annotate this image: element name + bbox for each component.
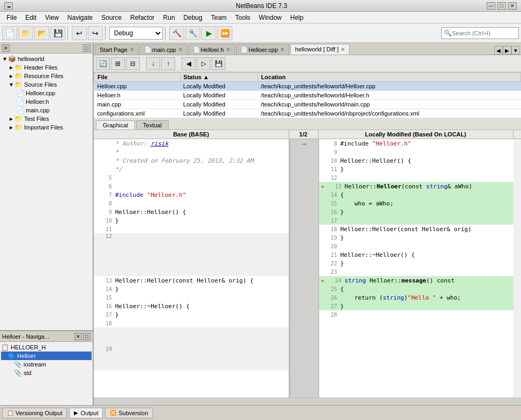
tree-item-helloworld[interactable]: ▾ 📦 helloworld bbox=[1, 55, 92, 63]
tab-dropdown[interactable]: ▼ bbox=[511, 46, 520, 55]
tab-helloworld-diff[interactable]: helloworld [ Diff ] ✕ bbox=[290, 44, 350, 55]
maximize-nav-btn[interactable]: □ bbox=[83, 333, 90, 340]
tab-graphical[interactable]: Graphical bbox=[96, 120, 135, 129]
code-line: 10 Helloer::Helloer() { bbox=[319, 156, 514, 165]
tree-item-important-files[interactable]: ▸ 📁 Important Files bbox=[1, 123, 92, 132]
base-code-pane[interactable]: * Author: risik * * Created on February … bbox=[94, 139, 290, 398]
menu-edit[interactable]: Edit bbox=[21, 13, 41, 22]
window-title: NetBeans IDE 7.3 bbox=[36, 2, 487, 10]
horizontal-scrollbar[interactable] bbox=[94, 398, 521, 405]
expand-icon: ▸ bbox=[10, 64, 13, 71]
code-line: 19 bbox=[94, 327, 289, 370]
folder-icon: 📁 bbox=[14, 81, 22, 88]
status-tab-output[interactable]: ▶ Output bbox=[69, 408, 103, 418]
new-project-btn[interactable]: 📁 bbox=[18, 26, 33, 40]
menu-window[interactable]: Window bbox=[254, 13, 286, 22]
status-tab-versioning[interactable]: 📋 Versioning Output bbox=[2, 408, 67, 418]
status-tab-label: Subversion bbox=[118, 410, 148, 416]
menu-source[interactable]: Source bbox=[97, 13, 126, 22]
undo-btn[interactable]: ↩ bbox=[72, 26, 87, 40]
file-row-main-cpp[interactable]: main.cpp Locally Modified /teach/kcup_un… bbox=[94, 100, 521, 109]
file-row-helloer-cpp[interactable]: Helloer.cpp Locally Modified /teach/kcup… bbox=[94, 82, 521, 91]
debug-btn[interactable]: ⏩ bbox=[217, 26, 232, 40]
menu-file[interactable]: File bbox=[2, 13, 21, 22]
tab-start-page[interactable]: Start Page ✕ bbox=[95, 44, 139, 55]
redo-btn[interactable]: ↪ bbox=[88, 26, 103, 40]
run-config-dropdown[interactable]: Debug bbox=[109, 27, 163, 40]
file-row-configurations-xml[interactable]: configurations.xml Locally Modified /tea… bbox=[94, 109, 521, 118]
close-tab-helloer-cpp[interactable]: ✕ bbox=[280, 47, 284, 52]
clean-build-btn[interactable]: 🔧 bbox=[185, 26, 200, 40]
system-menu-btn[interactable]: 🗕 bbox=[4, 2, 13, 10]
file-row-helloer-h[interactable]: Helloer.h Locally Modified /teach/kcup_u… bbox=[94, 91, 521, 100]
save-btn[interactable]: 💾 bbox=[50, 26, 65, 40]
build-btn[interactable]: 🔨 bbox=[169, 26, 184, 40]
tree-item-resource-files[interactable]: ▸ 📁 Resource Files bbox=[1, 72, 92, 80]
tree-item-source-files[interactable]: ▾ 📁 Source Files bbox=[1, 80, 92, 89]
tree-item-header-files[interactable]: ▸ 📁 Header Files bbox=[1, 63, 92, 72]
close-btn[interactable]: ✕ bbox=[508, 2, 517, 10]
expand-all-btn[interactable]: ⊞ bbox=[111, 57, 125, 70]
tab-helloer-h[interactable]: 📄 Helloer.h ✕ bbox=[188, 44, 235, 55]
run-btn[interactable]: ▶ bbox=[201, 26, 216, 40]
new-file-btn[interactable]: 📄 bbox=[2, 26, 17, 40]
menu-debug[interactable]: Debug bbox=[179, 13, 207, 22]
tree-item-helloer-cpp[interactable]: 📄 Helloer.cpp bbox=[1, 89, 92, 97]
tab-scroll-left[interactable]: ◀ bbox=[494, 46, 503, 55]
save-btn[interactable]: 💾 bbox=[212, 57, 225, 70]
close-left-panel-btn[interactable]: ✕ bbox=[2, 44, 10, 52]
refresh-btn[interactable]: 🔄 bbox=[96, 57, 110, 70]
maximize-btn[interactable]: □ bbox=[497, 2, 506, 10]
code-line-changed: 27 } bbox=[319, 302, 514, 310]
maximize-left-panel-btn[interactable]: □ bbox=[83, 44, 90, 52]
search-box: 🔍 bbox=[441, 27, 519, 39]
expand-icon: ▸ bbox=[10, 72, 13, 80]
tab-scroll-right[interactable]: ▶ bbox=[503, 46, 511, 55]
menu-refactor[interactable]: Refactor bbox=[126, 13, 158, 22]
search-input[interactable] bbox=[452, 30, 516, 36]
close-tab-diff[interactable]: ✕ bbox=[341, 47, 345, 52]
code-line: 12 bbox=[319, 173, 514, 182]
tab-textual[interactable]: Textual bbox=[136, 120, 169, 129]
menu-help[interactable]: Help bbox=[286, 13, 308, 22]
status-tab-subversion[interactable]: 🔀 Subversion bbox=[105, 408, 153, 418]
close-tab-main-cpp[interactable]: ✕ bbox=[178, 47, 183, 52]
tree-item-helloer-h[interactable]: 📄 Helloer.h bbox=[1, 97, 92, 106]
nav-item-label: HELLOER_H bbox=[11, 344, 46, 350]
accept-left-btn[interactable]: ◀ bbox=[182, 57, 195, 70]
close-tab-start-page[interactable]: ✕ bbox=[130, 47, 134, 52]
collapse-all-btn[interactable]: ⊟ bbox=[126, 57, 140, 70]
tab-main-cpp[interactable]: 📄 main.cpp ✕ bbox=[140, 44, 187, 55]
accept-right-btn[interactable]: ▷ bbox=[197, 57, 210, 70]
menu-navigate[interactable]: Navigate bbox=[63, 13, 97, 22]
projects-panel-header: ✕ □ bbox=[0, 43, 93, 54]
navigator-tree: 📋 HELLOER_H 🔷 Helloer 📎 iostream 📎 std bbox=[0, 342, 93, 378]
open-project-btn[interactable]: 📂 bbox=[34, 26, 49, 40]
nav-item-helloer-class[interactable]: 🔷 Helloer bbox=[1, 352, 92, 360]
expand-icon: ▸ bbox=[10, 124, 13, 131]
prev-diff-btn[interactable]: ↓ bbox=[146, 57, 160, 70]
file-name: configurations.xml bbox=[94, 109, 180, 118]
project-tree: ▾ 📦 helloworld ▸ 📁 Header Files ▸ 📁 Reso… bbox=[0, 54, 93, 330]
tab-helloer-cpp[interactable]: 📄 Helloer.cpp ✕ bbox=[236, 44, 289, 55]
menu-team[interactable]: Team bbox=[207, 13, 231, 22]
code-line: 23 bbox=[319, 268, 514, 276]
code-line: 17 } bbox=[94, 310, 289, 319]
tree-item-test-files[interactable]: ▸ 📁 Test Files bbox=[1, 114, 92, 123]
menu-tools[interactable]: Tools bbox=[231, 13, 254, 22]
nav-item-helloer-h[interactable]: 📋 HELLOER_H bbox=[1, 343, 92, 352]
menu-view[interactable]: View bbox=[41, 13, 63, 22]
close-nav-btn[interactable]: ✕ bbox=[74, 333, 82, 340]
main-container: ✕ □ ▾ 📦 helloworld ▸ 📁 Header Files ▸ 📁 bbox=[0, 43, 521, 405]
menu-run[interactable]: Run bbox=[159, 13, 179, 22]
minimize-btn[interactable]: — bbox=[487, 2, 495, 10]
file-icon: 📄 bbox=[16, 89, 24, 97]
close-tab-helloer-h[interactable]: ✕ bbox=[226, 47, 230, 52]
tree-item-main-cpp[interactable]: 📄 main.cpp bbox=[1, 106, 92, 114]
file-icon: 📄 bbox=[241, 47, 247, 52]
nav-item-iostream[interactable]: 📎 iostream bbox=[1, 360, 92, 369]
modified-code-pane[interactable]: 8 #include "Helloer.h" 9 10 Helloer::Hel… bbox=[319, 139, 522, 398]
code-line: 5 bbox=[94, 173, 289, 182]
nav-item-std[interactable]: 📎 std bbox=[1, 369, 92, 377]
next-diff-btn[interactable]: ↑ bbox=[161, 57, 175, 70]
